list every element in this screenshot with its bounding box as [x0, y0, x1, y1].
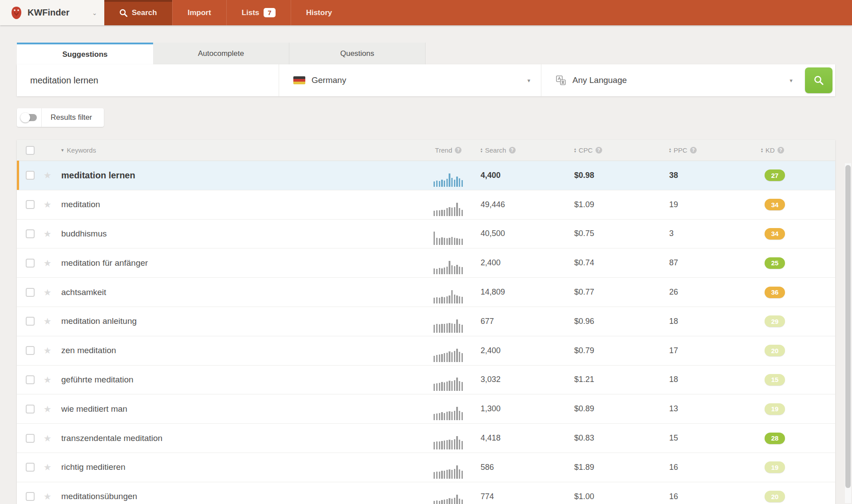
- kd-badge[interactable]: 20: [765, 491, 785, 502]
- row-checkbox[interactable]: [26, 200, 35, 209]
- vertical-scrollbar[interactable]: [845, 163, 851, 503]
- search-volume-value: 2,400: [465, 346, 557, 355]
- ppc-value: 18: [652, 375, 748, 384]
- star-icon[interactable]: ★: [43, 374, 52, 385]
- row-checkbox[interactable]: [26, 492, 35, 501]
- column-header-search[interactable]: ▴▾ Search ?: [465, 146, 557, 154]
- table-row[interactable]: ★ achtsamkeit 14,809 $0.77 26 36: [17, 278, 835, 307]
- mode-tabs: Suggestions Autocomplete Questions: [17, 43, 852, 64]
- star-icon[interactable]: ★: [43, 316, 52, 327]
- location-select[interactable]: Germany ▾: [279, 64, 541, 96]
- brand-name: KWFinder: [28, 8, 69, 18]
- nav-item-import[interactable]: Import: [172, 0, 226, 25]
- table-row[interactable]: ★ meditationsübungen 774 $1.00 16 20: [17, 482, 835, 504]
- star-icon[interactable]: ★: [43, 404, 52, 414]
- sort-arrows-icon: ▴▾: [481, 148, 482, 153]
- find-keywords-button[interactable]: [805, 67, 832, 93]
- language-select[interactable]: Any Language ▾: [541, 64, 803, 96]
- sort-arrows-icon: ▴▾: [574, 148, 576, 153]
- nav-item-search[interactable]: Search: [104, 0, 172, 25]
- star-icon[interactable]: ★: [43, 258, 52, 268]
- tab-suggestions[interactable]: Suggestions: [17, 43, 153, 64]
- column-header-ppc[interactable]: ▴▾ PPC ?: [652, 146, 748, 154]
- table-row[interactable]: ★ buddhismus 40,500 $0.75 3 34: [17, 220, 835, 249]
- row-checkbox[interactable]: [26, 346, 35, 355]
- row-checkbox[interactable]: [26, 171, 35, 180]
- kd-badge[interactable]: 19: [765, 403, 785, 415]
- ppc-value: 17: [652, 346, 748, 355]
- kd-badge[interactable]: 34: [765, 228, 785, 240]
- row-checkbox[interactable]: [26, 229, 35, 238]
- tab-autocomplete[interactable]: Autocomplete: [153, 43, 289, 64]
- row-checkbox[interactable]: [26, 288, 35, 297]
- question-circle-icon[interactable]: ?: [596, 147, 602, 154]
- column-header-kd[interactable]: ▴▾ KD ?: [748, 146, 810, 154]
- star-icon[interactable]: ★: [43, 345, 52, 356]
- row-checkbox[interactable]: [26, 405, 35, 413]
- question-circle-icon[interactable]: ?: [690, 147, 697, 154]
- column-label: Search: [485, 146, 506, 154]
- row-checkbox[interactable]: [26, 375, 35, 384]
- toggle-track: [22, 114, 37, 121]
- search-volume-value: 49,446: [465, 200, 557, 209]
- nav-item-history[interactable]: History: [291, 0, 347, 25]
- column-header-cpc[interactable]: ▴▾ CPC ?: [557, 146, 652, 154]
- row-checkbox[interactable]: [26, 317, 35, 326]
- column-header-trend[interactable]: Trend ?: [418, 146, 465, 154]
- row-checkbox[interactable]: [26, 259, 35, 268]
- star-icon[interactable]: ★: [43, 491, 52, 502]
- star-icon[interactable]: ★: [43, 228, 52, 239]
- search-volume-value: 774: [465, 492, 557, 501]
- question-circle-icon[interactable]: ?: [509, 147, 516, 154]
- nav-item-label: Lists: [242, 8, 260, 17]
- select-all-checkbox[interactable]: [26, 146, 35, 155]
- kd-badge[interactable]: 25: [765, 257, 785, 269]
- kd-badge[interactable]: 27: [765, 169, 785, 181]
- nav-item-label: History: [306, 8, 332, 17]
- germany-flag-icon: [293, 76, 305, 84]
- nav-item-label: Search: [132, 8, 157, 17]
- question-circle-icon[interactable]: ?: [455, 147, 462, 154]
- kwfinder-logo-icon: [11, 6, 22, 20]
- results-filter-toggle[interactable]: [17, 108, 42, 127]
- column-header-keywords[interactable]: ▾ Keywords: [52, 146, 418, 154]
- column-label: Keywords: [67, 146, 96, 154]
- star-icon[interactable]: ★: [43, 199, 52, 210]
- question-circle-icon[interactable]: ?: [777, 147, 784, 154]
- keyword-input[interactable]: [30, 75, 279, 86]
- row-checkbox[interactable]: [26, 434, 35, 443]
- cpc-value: $0.79: [557, 346, 652, 355]
- star-icon[interactable]: ★: [43, 462, 52, 472]
- scrollbar-thumb[interactable]: [845, 165, 851, 488]
- kd-badge[interactable]: 15: [765, 374, 785, 386]
- table-row[interactable]: ★ meditation lernen 4,400 $0.98 38 27: [17, 161, 835, 190]
- search-volume-value: 4,418: [465, 433, 557, 443]
- table-row[interactable]: ★ meditation für anfänger 2,400 $0.74 87…: [17, 248, 835, 278]
- kd-badge[interactable]: 20: [765, 345, 785, 356]
- table-row[interactable]: ★ transzendentale meditation 4,418 $0.83…: [17, 424, 835, 453]
- kd-badge[interactable]: 29: [765, 315, 785, 327]
- star-icon[interactable]: ★: [43, 170, 52, 181]
- kd-badge[interactable]: 28: [765, 433, 785, 444]
- tab-questions[interactable]: Questions: [289, 43, 426, 64]
- nav-item-lists[interactable]: Lists 7: [226, 0, 291, 25]
- table-row[interactable]: ★ meditation 49,446 $1.09 19 34: [17, 190, 835, 220]
- star-icon[interactable]: ★: [43, 433, 52, 444]
- star-icon[interactable]: ★: [43, 287, 52, 298]
- kd-badge[interactable]: 34: [765, 199, 785, 210]
- trend-mini-chart: [418, 394, 465, 423]
- trend-mini-chart: [418, 482, 465, 504]
- kd-badge[interactable]: 19: [765, 461, 785, 473]
- table-header: ▾ Keywords Trend ? ▴▾ Search ? ▴▾ CPC ? …: [17, 140, 835, 161]
- table-row[interactable]: ★ richtig meditieren 586 $1.89 16 19: [17, 453, 835, 482]
- ppc-value: 18: [652, 317, 748, 326]
- table-row[interactable]: ★ zen meditation 2,400 $0.79 17 20: [17, 336, 835, 366]
- table-row[interactable]: ★ wie meditiert man 1,300 $0.89 13 19: [17, 394, 835, 424]
- table-row[interactable]: ★ meditation anleitung 677 $0.96 18 29: [17, 307, 835, 336]
- brand-area[interactable]: KWFinder ⌄: [0, 0, 104, 25]
- table-row[interactable]: ★ geführte meditation 3,032 $1.21 18 15: [17, 366, 835, 395]
- kd-badge[interactable]: 36: [765, 287, 785, 298]
- chevron-down-icon[interactable]: ⌄: [92, 9, 97, 16]
- column-label: Trend: [435, 146, 452, 154]
- row-checkbox[interactable]: [26, 463, 35, 472]
